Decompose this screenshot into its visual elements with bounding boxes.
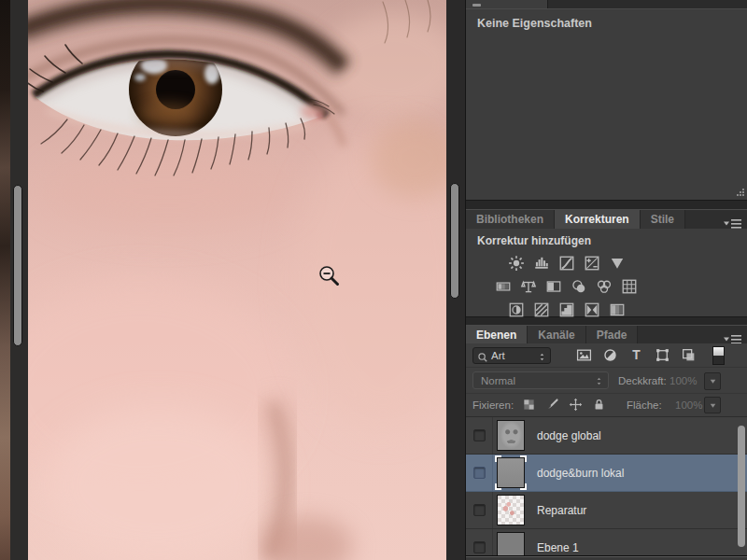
visibility-toggle[interactable] bbox=[473, 504, 486, 516]
levels-icon[interactable] bbox=[533, 255, 550, 272]
visibility-toggle[interactable] bbox=[473, 429, 486, 441]
tab-stile[interactable]: Stile bbox=[641, 210, 685, 229]
fill-dropdown-button[interactable] bbox=[704, 397, 721, 413]
tab-pfade[interactable]: Pfade bbox=[586, 326, 639, 344]
tab-eigenschaften-clipped[interactable] bbox=[466, 0, 548, 8]
stepper-arrows-icon bbox=[595, 374, 603, 386]
panel-column: Keine Eigenschaften Bibliotheken Korrekt… bbox=[465, 0, 747, 560]
adjustments-tab-bar: Bibliotheken Korrekturen Stile bbox=[466, 209, 747, 229]
layer-row-dodge-global[interactable]: dodge global bbox=[466, 417, 747, 455]
fill-label: Fläche: bbox=[627, 399, 662, 411]
properties-empty-message: Keine Eigenschaften bbox=[477, 17, 592, 30]
layer-name: dodge global bbox=[537, 417, 601, 455]
adjustments-panel: Korrektur hinzufügen bbox=[466, 229, 747, 317]
layer-filter-kind-value: Art bbox=[491, 350, 535, 361]
search-icon bbox=[477, 350, 488, 361]
tab-kanaele[interactable]: Kanäle bbox=[528, 326, 585, 344]
blend-mode-value: Normal bbox=[481, 375, 595, 386]
panel-gap bbox=[466, 317, 747, 325]
black-white-icon[interactable] bbox=[545, 278, 562, 295]
brightness-contrast-icon[interactable] bbox=[508, 255, 525, 272]
panel-resize-grip[interactable] bbox=[736, 188, 745, 197]
lock-transparency-icon[interactable] bbox=[522, 398, 536, 412]
lock-move-icon[interactable] bbox=[569, 398, 583, 412]
layers-list: dodge global dodge&burn lokal Reparatur bbox=[466, 416, 747, 560]
layer-filter-toggle[interactable] bbox=[712, 346, 725, 365]
threshold-icon[interactable] bbox=[558, 301, 575, 318]
panel-gap bbox=[466, 201, 747, 209]
smart-object-filter-icon[interactable] bbox=[681, 347, 697, 363]
selective-color-icon[interactable] bbox=[609, 301, 626, 318]
layer-name: Reparatur bbox=[537, 492, 586, 529]
panel-menu-icon[interactable] bbox=[724, 332, 742, 343]
visibility-toggle[interactable] bbox=[473, 467, 486, 479]
opacity-label: Deckkraft: bbox=[618, 375, 667, 386]
invert-icon[interactable] bbox=[508, 301, 525, 318]
layers-tab-bar: Ebenen Kanäle Pfade bbox=[466, 325, 747, 344]
properties-tab-bar bbox=[466, 0, 747, 8]
left-scrollbar-track bbox=[10, 0, 28, 560]
add-adjustment-label: Korrektur hinzufügen bbox=[477, 234, 591, 247]
photo-filter-icon[interactable] bbox=[571, 278, 587, 295]
properties-panel: Keine Eigenschaften bbox=[466, 8, 747, 201]
photo-eye-illustration bbox=[28, 0, 446, 560]
pixel-layer-filter-icon[interactable] bbox=[576, 347, 592, 363]
gradient-map-icon[interactable] bbox=[584, 301, 600, 318]
blend-mode-select[interactable]: Normal bbox=[472, 371, 609, 389]
tab-ebenen[interactable]: Ebenen bbox=[466, 326, 528, 344]
clipped-tab-icon bbox=[472, 4, 481, 7]
layer-thumbnail[interactable] bbox=[497, 495, 525, 525]
color-balance-icon[interactable] bbox=[520, 278, 537, 295]
tab-korrekturen[interactable]: Korrekturen bbox=[555, 210, 641, 229]
panel-menu-icon[interactable] bbox=[724, 217, 742, 228]
layer-filter-kind-select[interactable]: Art bbox=[472, 347, 551, 364]
channel-mixer-icon[interactable] bbox=[596, 278, 613, 295]
layer-row-reparatur[interactable]: Reparatur bbox=[466, 492, 747, 529]
toggle-knob bbox=[713, 347, 724, 356]
layer-thumbnail[interactable] bbox=[497, 457, 525, 488]
adjustment-layer-filter-icon[interactable] bbox=[602, 347, 618, 363]
fill-value[interactable]: 100% bbox=[675, 399, 702, 411]
layer-row-dodge-burn-lokal[interactable]: dodge&burn lokal bbox=[466, 455, 747, 492]
layers-scrollbar-thumb[interactable] bbox=[738, 426, 745, 547]
adjustment-icon-grid bbox=[466, 251, 667, 321]
shape-layer-filter-icon[interactable] bbox=[655, 347, 670, 363]
photoshop-workspace: Keine Eigenschaften Bibliotheken Korrekt… bbox=[0, 0, 747, 560]
tab-bibliotheken[interactable]: Bibliotheken bbox=[466, 210, 555, 229]
layers-panel-bottom-edge bbox=[466, 555, 747, 560]
layer-name: dodge&burn lokal bbox=[537, 455, 624, 492]
stepper-arrows-icon bbox=[538, 350, 546, 362]
opacity-dropdown-button[interactable] bbox=[704, 372, 721, 390]
type-layer-filter-icon[interactable]: T bbox=[628, 347, 644, 363]
posterize-icon[interactable] bbox=[533, 301, 550, 318]
exposure-icon[interactable] bbox=[584, 255, 600, 272]
lock-label: Fixieren: bbox=[472, 399, 514, 411]
visibility-toggle[interactable] bbox=[473, 541, 486, 553]
canvas-scrollbar-thumb[interactable] bbox=[450, 183, 459, 299]
layer-thumbnail[interactable] bbox=[497, 420, 525, 451]
opacity-value[interactable]: 100% bbox=[669, 375, 697, 386]
hue-saturation-icon[interactable] bbox=[495, 278, 512, 295]
document-canvas[interactable] bbox=[28, 0, 446, 560]
curves-icon[interactable] bbox=[558, 255, 575, 272]
lock-paint-icon[interactable] bbox=[545, 398, 559, 412]
canvas-scrollbar-track bbox=[446, 0, 465, 560]
vibrance-icon[interactable] bbox=[609, 255, 626, 272]
adjacent-photo-strip bbox=[0, 0, 10, 560]
left-scrollbar-thumb[interactable] bbox=[13, 185, 22, 346]
layers-toolbar: Art T Normal Deckkraft: 1 bbox=[466, 343, 747, 416]
color-lookup-icon[interactable] bbox=[621, 278, 638, 295]
lock-all-icon[interactable] bbox=[592, 398, 606, 412]
svg-text:T: T bbox=[632, 347, 641, 362]
